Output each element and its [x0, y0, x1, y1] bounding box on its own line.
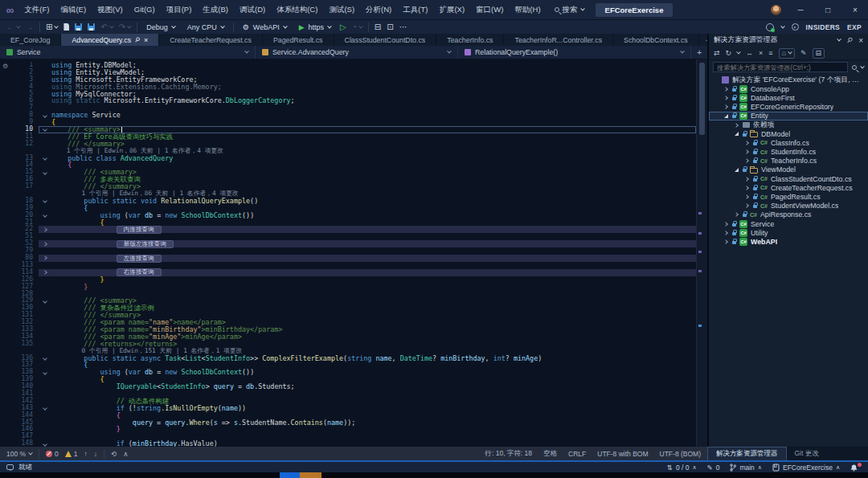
- account-avatar[interactable]: [771, 5, 781, 15]
- search-control[interactable]: 搜索: [555, 5, 584, 15]
- sync-commits[interactable]: ⇅ 0 / 0 ∧: [667, 464, 697, 472]
- fold-toggle-icon[interactable]: [39, 300, 51, 303]
- fold-toggle-icon[interactable]: [39, 407, 51, 410]
- close-panel-icon[interactable]: ×: [858, 36, 863, 45]
- menu-item[interactable]: 体系结构(C): [271, 0, 323, 19]
- menu-item[interactable]: 编辑(E): [55, 0, 92, 19]
- error-count[interactable]: 0: [46, 450, 59, 458]
- menu-item[interactable]: 窗口(W): [470, 0, 509, 19]
- menu-item[interactable]: 视图(V): [92, 0, 129, 19]
- expand-arrow-icon[interactable]: [743, 195, 750, 198]
- tree-item-apiresponse-cs[interactable]: C#ApiResponse.cs: [709, 210, 868, 219]
- scrollbar-thumb[interactable]: [699, 63, 705, 135]
- menu-item[interactable]: 分析(N): [360, 0, 397, 19]
- expand-arrow-icon[interactable]: [723, 223, 729, 226]
- profiler-icon[interactable]: ◔: [352, 23, 362, 31]
- encoding-label[interactable]: UTF-8 with BOM: [597, 450, 648, 458]
- document-tab[interactable]: ClassStudentCountDto.cs: [334, 34, 437, 46]
- fold-toggle-icon[interactable]: [39, 228, 51, 231]
- start-debug-button[interactable]: ▶ https: [296, 22, 334, 32]
- document-tab[interactable]: AdvancedQuery.cs⚲×: [61, 34, 159, 46]
- menu-item[interactable]: 帮助(H): [509, 0, 546, 19]
- fold-toggle-icon[interactable]: [39, 443, 51, 446]
- tree-item-dbmodel[interactable]: DBModel: [709, 129, 868, 138]
- expand-icon[interactable]: ∧: [123, 450, 128, 458]
- notifications-bell[interactable]: [850, 464, 862, 472]
- cursor-position[interactable]: 行: 10, 字符: 18: [485, 449, 532, 459]
- expand-arrow-icon[interactable]: [723, 96, 729, 100]
- fold-toggle-icon[interactable]: [39, 357, 51, 360]
- tree-item-utility[interactable]: C#Utility: [709, 228, 868, 237]
- breadcrumb-project-dropdown[interactable]: Service: [0, 46, 256, 59]
- branch-selector[interactable]: main ∧: [730, 464, 762, 472]
- expand-arrow-icon[interactable]: [743, 150, 750, 153]
- expand-arrow-icon[interactable]: [723, 88, 729, 91]
- tree-item-classinfo-cs[interactable]: C#ClassInfo.cs: [709, 138, 868, 147]
- new-file-icon[interactable]: [63, 23, 69, 31]
- indent-mode[interactable]: 空格: [543, 449, 557, 459]
- breadcrumb-type-dropdown[interactable]: Service.AdvancedQuery: [256, 46, 458, 59]
- collapse-arrow-icon[interactable]: [733, 168, 739, 172]
- fold-toggle-icon[interactable]: [39, 199, 51, 202]
- encoding-label-2[interactable]: UTF-8 (BOM): [660, 450, 701, 458]
- pin-icon[interactable]: ⚲: [845, 35, 854, 45]
- tree-item-viewmodel[interactable]: ViewModel: [709, 165, 868, 174]
- debug-config-dropdown[interactable]: Debug: [143, 22, 178, 32]
- next-issue-icon[interactable]: ↓: [94, 450, 97, 458]
- fold-toggle-icon[interactable]: [39, 256, 51, 259]
- tree-item-createteacherrequest-cs[interactable]: C#CreateTeacherRequest.cs: [709, 183, 868, 192]
- sync-active-doc-icon[interactable]: ↔: [746, 49, 753, 57]
- expand-arrow-icon[interactable]: [743, 141, 750, 145]
- tree-item-service[interactable]: C#Service: [709, 219, 868, 228]
- nav-forward-icon[interactable]: →: [26, 23, 34, 31]
- container-icon[interactable]: ⊡: [387, 23, 393, 31]
- history-icon[interactable]: ↻: [726, 49, 732, 57]
- pin-icon[interactable]: ⚲: [133, 35, 141, 44]
- fold-toggle-icon[interactable]: [39, 371, 51, 374]
- breadcrumb-member-dropdown[interactable]: RelationalQueryExample(): [458, 46, 691, 59]
- collapse-all-icon[interactable]: ⊟: [816, 49, 822, 57]
- tree-item-entity[interactable]: C#Entity: [709, 112, 868, 121]
- expand-arrow-icon[interactable]: [733, 124, 739, 127]
- minimize-button[interactable]: ─: [792, 6, 809, 14]
- fold-toggle-icon[interactable]: [39, 171, 51, 174]
- close-tab-icon[interactable]: ×: [144, 36, 148, 44]
- tree-item-classstudentcountdto-cs[interactable]: C#ClassStudentCountDto.cs: [709, 174, 868, 183]
- fold-toggle-icon[interactable]: [39, 128, 51, 131]
- collapse-arrow-icon[interactable]: [723, 114, 729, 118]
- document-tab[interactable]: TeacherInfo.cs: [436, 34, 504, 46]
- collapse-arrow-icon[interactable]: [733, 132, 739, 136]
- save-all-icon[interactable]: [88, 23, 95, 31]
- code-editor[interactable]: ⚙ 1using Entity.DBModel;2using Entity.Vi…: [0, 59, 707, 447]
- chevron-down-icon[interactable]: [837, 37, 841, 42]
- menu-item[interactable]: 调试(D): [234, 0, 271, 19]
- tree-item-efcoregenericrepository[interactable]: C#EFCoreGenericRepository: [709, 103, 868, 112]
- expand-arrow-icon[interactable]: [723, 240, 729, 243]
- redo-icon[interactable]: ↷: [119, 23, 131, 31]
- fold-toggle-icon[interactable]: [39, 114, 51, 117]
- fold-toggle-icon[interactable]: [39, 214, 51, 217]
- tree-item-studentviewmodel-cs[interactable]: C#StudentViewModel.cs: [709, 202, 868, 210]
- tool-window-tab[interactable]: Git 更改: [787, 447, 827, 460]
- home-icon[interactable]: ⌂: [782, 49, 786, 57]
- tree-item-teacherinfo-cs[interactable]: C#TeacherInfo.cs: [709, 157, 868, 165]
- switch-views-icon[interactable]: ⇄: [714, 49, 720, 57]
- expand-arrow-icon[interactable]: [723, 231, 729, 235]
- menu-item[interactable]: 文件(F): [18, 0, 55, 19]
- editor-scrollbar[interactable]: [696, 59, 707, 447]
- menu-item[interactable]: 扩展(X): [433, 0, 470, 19]
- prev-issue-icon[interactable]: ↑: [84, 450, 88, 458]
- code-cleanup-icon[interactable]: ⟲: [111, 450, 117, 458]
- live-share-icon[interactable]: [766, 23, 774, 31]
- add-existing-icon[interactable]: ⊟: [375, 23, 381, 31]
- show-all-files-icon[interactable]: ≡: [768, 49, 772, 57]
- expand-arrow-icon[interactable]: [733, 213, 739, 216]
- launch-profile-dropdown[interactable]: ⚙ WebAPI: [240, 22, 290, 32]
- line-ending[interactable]: CRLF: [568, 450, 586, 458]
- maximize-button[interactable]: □: [820, 6, 836, 14]
- document-tab[interactable]: SchoolDbContext.cs: [613, 34, 699, 46]
- tree-item-databasefirst[interactable]: C#DatabaseFirst: [709, 93, 868, 102]
- tree-item-consoleapp[interactable]: C#ConsoleApp: [709, 84, 868, 93]
- tree-item-webapi[interactable]: C#WebAPI: [709, 237, 868, 246]
- menu-item[interactable]: 生成(B): [197, 0, 234, 19]
